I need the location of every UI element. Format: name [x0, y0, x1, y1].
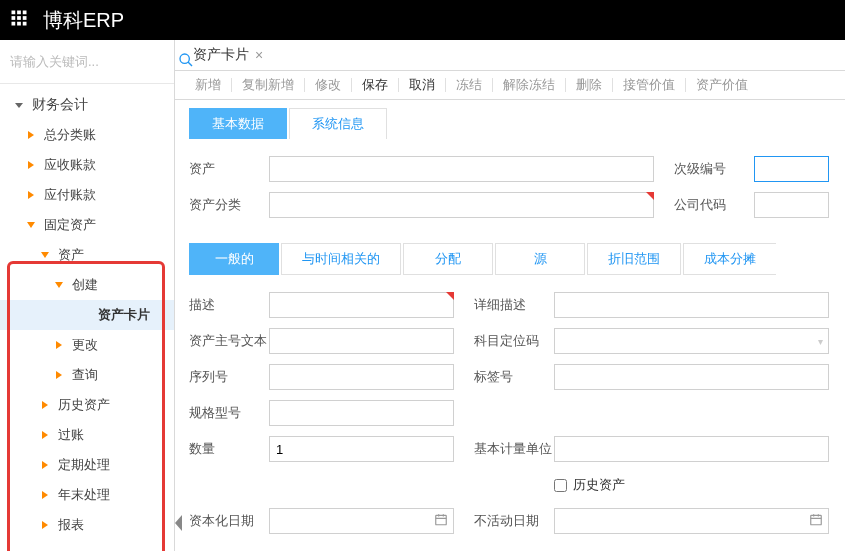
- toolbar-unfreeze[interactable]: 解除冻结: [493, 76, 565, 94]
- input-asset-main-text[interactable]: [269, 328, 454, 354]
- toolbar: 新增 复制新增 修改 保存 取消 冻结 解除冻结 删除 接管价值 资产价值: [175, 71, 845, 100]
- input-quantity[interactable]: [269, 436, 454, 462]
- nav-label: 财务会计: [32, 96, 88, 114]
- caret-right-icon: [54, 338, 68, 353]
- nav-group-finance[interactable]: 财务会计: [0, 90, 174, 120]
- svg-rect-7: [17, 21, 21, 25]
- label-company-code: 公司代码: [674, 196, 754, 214]
- nav-item-asset-card[interactable]: 资产卡片: [0, 300, 174, 330]
- svg-marker-24: [42, 521, 48, 529]
- svg-marker-16: [41, 252, 49, 258]
- nav-item-history-asset[interactable]: 历史资产: [0, 390, 174, 420]
- caret-right-icon: [26, 188, 40, 203]
- select-account-loc-code[interactable]: [554, 328, 829, 354]
- nav-label: 资产卡片: [98, 306, 150, 324]
- caret-right-icon: [40, 458, 54, 473]
- sectab-source[interactable]: 源: [495, 243, 585, 275]
- nav-item-yearend[interactable]: 年末处理: [0, 480, 174, 510]
- input-desc[interactable]: [269, 292, 454, 318]
- svg-marker-23: [42, 491, 48, 499]
- svg-marker-18: [56, 341, 62, 349]
- nav-item-report[interactable]: 报表: [0, 510, 174, 540]
- input-sub-number[interactable]: [754, 156, 829, 182]
- input-serial[interactable]: [269, 364, 454, 390]
- sidebar: 财务会计 总分类账 应收账款 应付账款 固定资产 资产: [0, 40, 175, 551]
- tab-close-icon[interactable]: ×: [255, 47, 263, 63]
- caret-down-icon: [26, 218, 40, 233]
- nav-item-modify[interactable]: 更改: [0, 330, 174, 360]
- sectab-alloc[interactable]: 分配: [403, 243, 493, 275]
- input-spec[interactable]: [269, 400, 454, 426]
- form-detail-area: 描述 详细描述 资产主号文本 科目定位码 ▾ 序列号 标签号: [175, 275, 845, 551]
- input-tag[interactable]: [554, 364, 829, 390]
- label-base-unit: 基本计量单位: [474, 440, 554, 458]
- toolbar-takeover-value[interactable]: 接管价值: [613, 76, 685, 94]
- search-input[interactable]: [10, 54, 178, 69]
- svg-rect-1: [17, 10, 21, 14]
- svg-marker-19: [56, 371, 62, 379]
- toolbar-save[interactable]: 保存: [352, 76, 398, 94]
- svg-rect-0: [12, 10, 16, 14]
- input-asset-class[interactable]: [269, 192, 654, 218]
- toolbar-freeze[interactable]: 冻结: [446, 76, 492, 94]
- required-marker-icon: [646, 192, 654, 200]
- toolbar-new[interactable]: 新增: [185, 76, 231, 94]
- input-company-code[interactable]: [754, 192, 829, 218]
- toolbar-delete[interactable]: 删除: [566, 76, 612, 94]
- caret-right-icon: [40, 398, 54, 413]
- input-detail-desc[interactable]: [554, 292, 829, 318]
- form-top-area: 资产 次级编号 资产分类 公司代码: [175, 139, 845, 235]
- toolbar-cancel[interactable]: 取消: [399, 76, 445, 94]
- svg-marker-13: [28, 161, 34, 169]
- nav-item-ar[interactable]: 应收账款: [0, 150, 174, 180]
- app-header: 博科ERP: [0, 0, 845, 40]
- nav-label: 历史资产: [58, 396, 110, 414]
- sidebar-collapse-handle[interactable]: [175, 515, 184, 531]
- input-cap-date[interactable]: [269, 508, 454, 534]
- content-tab[interactable]: 资产卡片 ×: [193, 46, 263, 64]
- nav-item-fixed-asset[interactable]: 固定资产: [0, 210, 174, 240]
- label-history-asset: 历史资产: [573, 476, 625, 494]
- toolbar-asset-value[interactable]: 资产价值: [686, 76, 758, 94]
- svg-marker-22: [42, 461, 48, 469]
- nav-label: 过账: [58, 426, 84, 444]
- nav-item-gl[interactable]: 总分类账: [0, 120, 174, 150]
- caret-right-icon: [40, 428, 54, 443]
- input-inactive-date[interactable]: [554, 508, 829, 534]
- sectab-general[interactable]: 一般的: [189, 243, 279, 275]
- nav-item-create[interactable]: 创建: [0, 270, 174, 300]
- nav-item-posting[interactable]: 过账: [0, 420, 174, 450]
- label-inactive-date: 不活动日期: [474, 512, 554, 530]
- section-tab-bar: 一般的 与时间相关的 分配 源 折旧范围 成本分摊: [175, 235, 845, 275]
- caret-right-icon: [40, 518, 54, 533]
- caret-right-icon: [26, 128, 40, 143]
- toolbar-copy-new[interactable]: 复制新增: [232, 76, 304, 94]
- input-asset[interactable]: [269, 156, 654, 182]
- svg-marker-17: [55, 282, 63, 288]
- sectab-depr-range[interactable]: 折旧范围: [587, 243, 681, 275]
- subtab-basic-data[interactable]: 基本数据: [189, 108, 287, 139]
- label-spec: 规格型号: [189, 404, 269, 422]
- caret-down-icon: [54, 278, 68, 293]
- nav-label: 应付账款: [44, 186, 96, 204]
- tab-title: 资产卡片: [193, 46, 249, 64]
- nav-item-periodic[interactable]: 定期处理: [0, 450, 174, 480]
- sectab-cost-split[interactable]: 成本分摊: [683, 243, 776, 275]
- toolbar-modify[interactable]: 修改: [305, 76, 351, 94]
- input-base-unit[interactable]: [554, 436, 829, 462]
- nav-label: 查询: [72, 366, 98, 384]
- nav-item-asset[interactable]: 资产: [0, 240, 174, 270]
- subtab-system-info[interactable]: 系统信息: [289, 108, 387, 139]
- label-asset-main-text: 资产主号文本: [189, 332, 269, 350]
- checkbox-history-asset[interactable]: [554, 479, 567, 492]
- sectab-time[interactable]: 与时间相关的: [281, 243, 401, 275]
- caret-right-icon: [26, 158, 40, 173]
- nav-label: 年末处理: [58, 486, 110, 504]
- nav-item-ap[interactable]: 应付账款: [0, 180, 174, 210]
- nav-label: 固定资产: [44, 216, 96, 234]
- main-content: 资产卡片 × 新增 复制新增 修改 保存 取消 冻结 解除冻结 删除 接管价值 …: [175, 40, 845, 551]
- label-serial: 序列号: [189, 368, 269, 386]
- label-cap-date: 资本化日期: [189, 512, 269, 530]
- apps-menu-icon[interactable]: [10, 9, 28, 32]
- nav-item-query[interactable]: 查询: [0, 360, 174, 390]
